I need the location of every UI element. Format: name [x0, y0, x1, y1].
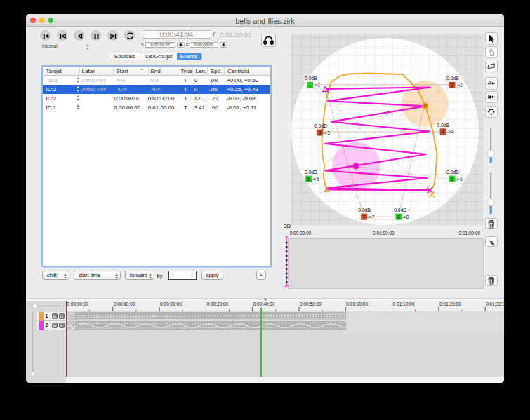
svg-text:0.0dB: 0.0dB	[314, 123, 327, 128]
svg-text:0.0dB: 0.0dB	[394, 208, 406, 212]
svg-text:6: 6	[451, 177, 453, 182]
svg-text:0.0dB: 0.0dB	[446, 76, 459, 81]
svg-text:4: 4	[442, 129, 444, 134]
svg-text:5: 5	[307, 177, 310, 182]
svg-text:->3: ->3	[323, 130, 330, 135]
svg-text:0.0dB: 0.0dB	[358, 208, 371, 212]
svg-text:->6: ->6	[456, 177, 463, 182]
svg-text:V: V	[423, 104, 427, 109]
svg-text:7: 7	[363, 215, 366, 219]
svg-text:1: 1	[309, 83, 312, 88]
svg-text:->1: ->1	[313, 83, 320, 88]
svg-text:->8: ->8	[402, 215, 409, 219]
svg-text:0.0dB: 0.0dB	[305, 170, 317, 175]
svg-text:3: 3	[319, 130, 322, 135]
svg-text:0.0dB: 0.0dB	[437, 123, 450, 128]
svg-text:0.0dB: 0.0dB	[305, 76, 317, 81]
svg-text:2: 2	[451, 83, 453, 88]
svg-text:->4: ->4	[446, 129, 453, 134]
svg-text:->2: ->2	[456, 83, 463, 88]
svg-text:8: 8	[397, 215, 400, 219]
svg-text:0.0dB: 0.0dB	[446, 170, 459, 175]
svg-text:->5: ->5	[312, 177, 319, 182]
svg-text:->7: ->7	[368, 215, 375, 219]
